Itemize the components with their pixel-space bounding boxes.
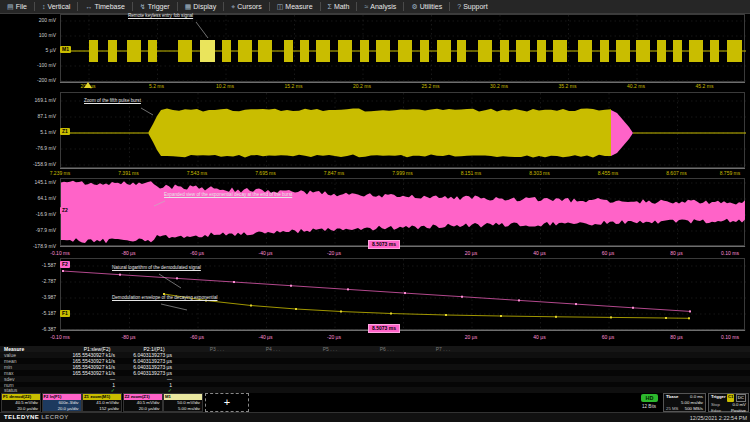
- y-axis-label: 145.1 mV: [2, 179, 56, 185]
- x-tick-label: -80 µs: [109, 250, 149, 256]
- x-tick-label: -20 µs: [314, 250, 354, 256]
- x-tick-label: 8.455 ms: [588, 170, 628, 176]
- x-tick-label: 7.543 ms: [177, 170, 217, 176]
- x-tick-label: 8.303 ms: [520, 170, 560, 176]
- x-tick-label: 20.2 ms: [342, 83, 382, 89]
- annotation-fob-signal: Remote keyless entry fob signal: [128, 13, 193, 18]
- descriptor-m1[interactable]: M150.0 mV/div5.00 ms/div: [163, 393, 203, 412]
- x-tick-label: 80 µs: [657, 250, 697, 256]
- x-tick-label: 7.999 ms: [383, 170, 423, 176]
- x-tick-label: 7.695 ms: [246, 170, 286, 176]
- trigger-source-badge: C1: [727, 394, 735, 402]
- y-axis-label: 5 µV: [2, 47, 56, 53]
- plus-icon: +: [224, 396, 230, 408]
- descriptor-f1[interactable]: F1 demod(Z2)40.5 mV/div20.0 µs/div: [1, 393, 41, 412]
- descriptor-z1[interactable]: Z1 zoom(M1)41.0 mV/div152 µs/div: [82, 393, 122, 412]
- x-tick-label: 60 µs: [588, 334, 628, 340]
- y-axis-label: -2.787: [2, 278, 56, 284]
- y-axis-label: 200 mV: [2, 17, 56, 23]
- bit-resolution-label: 12 Bits: [636, 404, 662, 409]
- add-trace-button[interactable]: +: [205, 393, 249, 412]
- menu-item-math[interactable]: ΣMath: [321, 0, 357, 13]
- datetime-label: 12/25/2021 2:22:54 PM: [690, 415, 747, 421]
- menu-item-label: Analysis: [370, 3, 396, 10]
- descriptor-f2[interactable]: F2 ln(F1)600e-3/div20.0 µs/div: [42, 393, 82, 412]
- timebase-rate: 500 MS/s: [685, 406, 703, 412]
- measure-table: MeasureP1:slew(F2)P2:1/(P1)P3 . . .P4 . …: [0, 345, 750, 393]
- trace-badge-z1[interactable]: Z1: [60, 128, 70, 135]
- y-axis-label: -6.387: [2, 326, 56, 332]
- menu-item-analysis[interactable]: ≈Analysis: [357, 0, 403, 13]
- menu-item-label: Cursors: [237, 3, 262, 10]
- timebase-icon: ↔: [85, 3, 92, 10]
- panel-Z1-waveform: [61, 93, 746, 169]
- x-tick-label: 45.2 ms: [685, 83, 725, 89]
- menu-item-trigger[interactable]: ↯Trigger: [133, 0, 177, 13]
- display-icon: ▦: [185, 3, 192, 11]
- y-axis-label: 64.1 mV: [2, 195, 56, 201]
- menu-item-vertical[interactable]: ↕Vertical: [35, 0, 77, 13]
- descriptor-z2[interactable]: Z2 zoom(Z1)40.5 mV/div20.0 µs/div: [123, 393, 163, 412]
- panel-Z2-waveform: [61, 179, 746, 247]
- trace-badge-f2[interactable]: F2: [60, 261, 70, 268]
- trace-badge-m1[interactable]: M1: [60, 46, 71, 53]
- brand-teledyne: TELEDYNE: [4, 414, 39, 420]
- x-tick-label: 40.2 ms: [616, 83, 656, 89]
- math-icon: Σ: [328, 3, 332, 10]
- y-axis-label: 87.1 mV: [2, 113, 56, 119]
- x-tick-label: 5.2 ms: [137, 83, 177, 89]
- y-axis-label: -200 mV: [2, 77, 56, 83]
- x-tick-label: 7.391 ms: [109, 170, 149, 176]
- y-axis-label: -5.187: [2, 310, 56, 316]
- x-tick-label: 7.847 ms: [314, 170, 354, 176]
- support-icon: ?: [457, 3, 461, 10]
- trace-badge-z2[interactable]: Z2: [60, 207, 70, 214]
- zoom-center-time-badge[interactable]: 8.5073 ms: [368, 324, 400, 333]
- timebase-descriptor[interactable]: Tbase 0.0 ms 5.00 ms/div 25 MS 500 MS/s: [663, 393, 706, 412]
- timebase-samples: 25 MS: [666, 406, 678, 412]
- trigger-descriptor[interactable]: Trigger C1 DC Stop 0.0 mV Edge Positive: [708, 393, 749, 412]
- trigger-time-marker[interactable]: [84, 82, 92, 88]
- utilities-icon: ⚙: [411, 3, 417, 11]
- panel-Z2-plot[interactable]: [60, 178, 745, 246]
- timebase-title: Tbase: [666, 394, 678, 400]
- x-tick-label: 8.759 ms: [710, 170, 750, 176]
- menu-item-label: Measure: [285, 3, 312, 10]
- file-icon: ▤: [7, 3, 14, 11]
- oscilloscope-screen: ▤File↕Vertical↔Timebase↯Trigger▦Display⌖…: [0, 0, 750, 422]
- analysis-icon: ≈: [364, 3, 368, 10]
- menu-item-cursors[interactable]: ⌖Cursors: [224, 0, 268, 13]
- panel-Z1-plot[interactable]: [60, 92, 745, 168]
- zoom-center-time-badge[interactable]: 8.5073 ms: [368, 240, 400, 249]
- menu-item-utilities[interactable]: ⚙Utilities: [404, 0, 449, 13]
- x-tick-label: 7.239 ms: [40, 170, 80, 176]
- menu-item-measure[interactable]: ◫Measure: [270, 0, 320, 13]
- menu-item-timebase[interactable]: ↔Timebase: [78, 0, 131, 13]
- x-tick-label: 25.2 ms: [411, 83, 451, 89]
- x-tick-label: -40 µs: [246, 250, 286, 256]
- x-tick-label: 60 µs: [588, 250, 628, 256]
- hd-mode-badge: HD: [641, 394, 658, 402]
- menu-bar: ▤File↕Vertical↔Timebase↯Trigger▦Display⌖…: [0, 0, 750, 14]
- annotation-demod-envelope: Demodulation envelope of the decaying ex…: [112, 295, 217, 300]
- trace-badge-f1[interactable]: F1: [60, 310, 70, 317]
- x-tick-label: -60 µs: [177, 250, 217, 256]
- menu-item-support[interactable]: ?Support: [450, 0, 494, 13]
- y-axis-label: 169.1 mV: [2, 97, 56, 103]
- cursors-icon: ⌖: [231, 3, 235, 11]
- y-axis-label: -158.9 mV: [2, 161, 56, 167]
- menu-item-file[interactable]: ▤File: [0, 0, 34, 13]
- x-tick-label: 35.2 ms: [548, 83, 588, 89]
- y-axis-label: -1.587: [2, 262, 56, 268]
- menu-item-label: Math: [334, 3, 350, 10]
- x-tick-label: -40 µs: [246, 334, 286, 340]
- x-tick-label: -60 µs: [177, 334, 217, 340]
- x-tick-label: -0.10 ms: [40, 334, 80, 340]
- y-axis-label: -97.9 mV: [2, 227, 56, 233]
- x-tick-label: 20 µs: [451, 250, 491, 256]
- x-tick-label: -0.10 ms: [40, 250, 80, 256]
- panel-M1-plot[interactable]: [60, 14, 745, 82]
- menu-item-label: Utilities: [420, 3, 443, 10]
- x-tick-label: 10.2 ms: [205, 83, 245, 89]
- menu-item-display[interactable]: ▦Display: [178, 0, 224, 13]
